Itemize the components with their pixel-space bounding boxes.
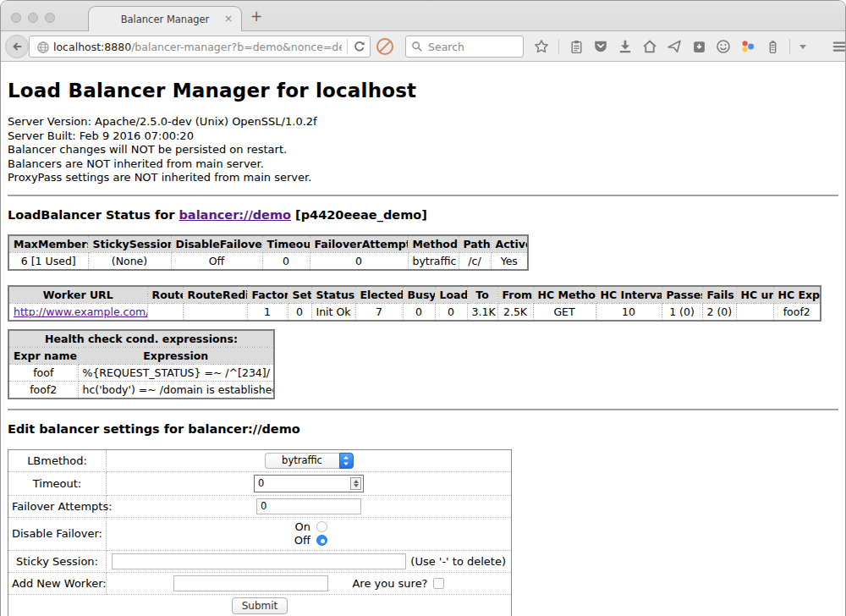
section-divider <box>8 409 838 410</box>
failover-attempts-input[interactable] <box>256 498 361 514</box>
sticky-session-hint: (Use '-' to delete) <box>410 555 506 568</box>
table-cell: hc('body') =~ /domain is established/ <box>78 381 274 399</box>
column-header: DisableFailover <box>171 235 262 253</box>
send-icon[interactable] <box>667 39 682 54</box>
url-bar[interactable]: localhost:8880/balancer-manager?b=demo&n… <box>29 36 371 58</box>
health-table-header-row: Expr nameExpression <box>8 347 274 364</box>
table-cell: Init Ok <box>311 303 355 321</box>
table-cell: 0 <box>288 303 311 321</box>
table-cell: 0 <box>435 303 467 321</box>
column-header: Method <box>408 235 459 253</box>
number-stepper-icon[interactable] <box>350 477 361 490</box>
worker-status-table: Worker URLRouteRouteRedirFactorSetStatus… <box>8 285 821 322</box>
balancer-link[interactable]: balancer://demo <box>179 208 291 222</box>
radio-off-label: Off <box>290 534 310 547</box>
minimize-window-button[interactable] <box>28 13 38 23</box>
feedback-smiley-icon[interactable] <box>716 39 731 54</box>
table-cell: foof <box>8 364 78 381</box>
save-page-icon[interactable] <box>691 39 706 54</box>
table-cell: foof2 <box>8 381 78 399</box>
color-dots-icon[interactable] <box>740 39 755 54</box>
persist-notice-line: Balancer changes will NOT be persisted o… <box>8 143 838 157</box>
column-header: To <box>467 286 497 304</box>
column-header: Busy <box>403 286 435 304</box>
menu-hamburger-icon[interactable] <box>832 39 846 54</box>
navigation-toolbar: localhost:8880/balancer-manager?b=demo&n… <box>1 31 845 62</box>
table-cell: http://www.example.com/ <box>8 303 147 321</box>
proxypass-notice-line: ProxyPass settings are NOT inherited fro… <box>8 171 838 185</box>
status-heading: LoadBalancer Status for balancer://demo … <box>8 208 838 222</box>
table-cell: %{REQUEST_STATUS} =~ /^[234]/ <box>78 364 274 381</box>
column-header: Worker URL <box>8 286 147 304</box>
pocket-icon[interactable] <box>593 39 608 54</box>
content-blocked-icon[interactable] <box>376 38 393 55</box>
lbmethod-label: LBmethod: <box>8 449 107 471</box>
table-cell: (None) <box>88 252 171 270</box>
confirm-label: Are you sure? <box>352 577 427 590</box>
section-divider <box>8 195 838 196</box>
failover-attempts-row: Failover Attempts: <box>8 495 512 517</box>
table-cell: 10 <box>596 303 662 321</box>
tab-balancer-manager[interactable]: Balancer Manager × <box>88 6 242 32</box>
server-version-line: Server Version: Apache/2.5.0-dev (Unix) … <box>8 115 838 129</box>
disable-failover-off-radio[interactable] <box>316 535 327 546</box>
table-row: http://www.example.com/10Init Ok7003.1K2… <box>8 303 821 321</box>
column-header: From <box>497 286 533 304</box>
downloads-icon[interactable] <box>618 39 633 54</box>
radio-on-label: On <box>290 520 310 534</box>
close-window-button[interactable] <box>11 13 21 23</box>
maximize-window-button[interactable] <box>45 13 55 23</box>
column-header: Timeout <box>262 235 310 253</box>
health-check-table: Health check cond. expressions: Expr nam… <box>8 329 275 399</box>
table-row: 6 [1 Used](None)Off00bytraffic/c/Yes <box>8 252 528 270</box>
toolbar-divider <box>789 39 790 54</box>
window-controls <box>11 13 55 23</box>
new-tab-button[interactable]: + <box>250 8 262 25</box>
sticky-session-label: Sticky Session: <box>8 550 107 572</box>
add-worker-label: Add New Worker: <box>8 572 107 594</box>
table-cell: 0 <box>310 252 408 270</box>
clipboard-icon[interactable] <box>569 39 584 54</box>
column-header: Expression <box>78 347 274 364</box>
reload-icon[interactable] <box>353 40 366 53</box>
disable-failover-row: Disable Failover: On Off <box>8 517 512 550</box>
url-path: /balancer-manager?b=demo&nonce=decc37be-… <box>131 41 342 53</box>
column-header: Fails <box>702 286 736 304</box>
back-icon <box>10 40 24 53</box>
overflow-caret-icon[interactable] <box>799 45 806 49</box>
confirm-checkbox[interactable] <box>433 578 444 589</box>
sticky-session-input[interactable] <box>112 553 406 569</box>
table-cell: 3.1K <box>467 303 497 321</box>
submit-button[interactable]: Submit <box>232 597 288 614</box>
worker-url-link[interactable]: http://www.example.com/ <box>14 305 147 318</box>
search-bar[interactable] <box>405 36 524 58</box>
toolbar-divider <box>558 39 559 54</box>
table-row: foof%{REQUEST_STATUS} =~ /^[234]/ <box>8 364 274 381</box>
worker-table-header-row: Worker URLRouteRouteRedirFactorSetStatus… <box>8 286 821 304</box>
table-cell: 2.5K <box>497 303 533 321</box>
table-cell <box>147 303 183 321</box>
table-cell: 6 [1 Used] <box>8 252 88 270</box>
column-header: HC Expr <box>773 286 821 304</box>
add-worker-input[interactable] <box>173 575 328 591</box>
lbmethod-select[interactable]: bytraffic <box>265 453 354 469</box>
disable-failover-on-radio[interactable] <box>316 521 327 532</box>
bookmark-star-icon[interactable] <box>534 39 549 54</box>
edit-settings-heading: Edit balancer settings for balancer://de… <box>8 422 838 436</box>
search-input[interactable] <box>428 41 513 53</box>
column-header: FailoverAttempts <box>310 235 408 253</box>
url-text: localhost:8880/balancer-manager?b=demo&n… <box>53 41 342 53</box>
tab-close-icon[interactable]: × <box>224 14 233 24</box>
page-content: Load Balancer Manager for localhost Serv… <box>1 80 845 616</box>
status-heading-suffix: [p4420eeae_demo] <box>291 208 427 222</box>
table-cell <box>183 303 247 321</box>
home-icon[interactable] <box>642 39 657 54</box>
battery-icon[interactable] <box>765 39 780 54</box>
timeout-input[interactable] <box>258 477 350 489</box>
table-cell: 1 <box>247 303 288 321</box>
page-title: Load Balancer Manager for localhost <box>8 80 838 102</box>
back-button[interactable] <box>5 35 29 58</box>
column-header: Route <box>147 286 183 304</box>
column-header: Active <box>491 235 528 253</box>
balancer-table-header-row: MaxMembersStickySessionDisableFailoverTi… <box>8 235 528 253</box>
